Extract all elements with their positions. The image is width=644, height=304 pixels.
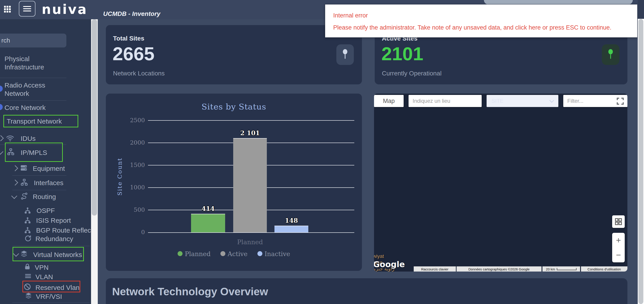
sidebar-item-ospf[interactable]: OSPF (36, 206, 55, 215)
server-icon (20, 164, 28, 172)
map-place-label: awiyat (374, 253, 384, 259)
sidebar-item-equipment[interactable]: Equipment (33, 164, 65, 173)
chart-legend: Planned Active Inactive (106, 250, 362, 258)
page-title: UCMDB - Inventory (103, 10, 160, 17)
layers-icon (20, 250, 28, 258)
sidebar-item-physical-infrastructure[interactable]: Physical Infrastructure (4, 55, 67, 71)
active-sites-subtitle: Currently Operational (382, 70, 442, 77)
legend-item-inactive[interactable]: Inactive (258, 250, 290, 258)
divider (0, 100, 66, 101)
scale-text: 20 km (546, 267, 555, 271)
scale-bar (557, 268, 576, 270)
y-tick: 1500 (126, 162, 145, 168)
chart-title: Sites by Status (106, 102, 362, 111)
app-logo: nuiva (42, 2, 88, 17)
chevron-down-icon[interactable] (0, 149, 3, 155)
legend-dot (178, 251, 182, 256)
sidebar-nav: Physical Infrastructure Radio Access Net… (0, 19, 91, 304)
total-sites-card: Total Sites 2665 Network Locations (106, 25, 362, 84)
lock-icon (24, 263, 31, 270)
hierarchy-icon (24, 227, 32, 234)
chevron-down-icon[interactable] (11, 193, 17, 199)
sidebar-item-isis-report[interactable]: ISIS Report (36, 216, 71, 225)
sidebar-item-redundancy[interactable]: Redundancy (36, 235, 73, 243)
y-axis-label: Site Count (116, 154, 123, 199)
plot-area: 414 2 101 148 Planned (148, 120, 354, 233)
total-sites-pin-button[interactable] (336, 44, 354, 65)
terms-of-use-link[interactable]: Conditions d'utilisation (581, 266, 628, 272)
sidebar-item-radio-access-network[interactable]: Radio Access Network (4, 81, 67, 98)
y-tick: 2500 (126, 117, 145, 124)
map-type-button[interactable]: Map (374, 95, 404, 107)
total-sites-value: 2665 (112, 44, 154, 63)
map-tiles-button[interactable] (612, 215, 625, 228)
map-pin-icon (341, 49, 349, 60)
legend-item-planned[interactable]: Planned (178, 250, 210, 258)
legend-item-active[interactable]: Active (220, 250, 248, 258)
internal-error-banner[interactable]: Internal error Please notify the adminis… (325, 4, 638, 38)
sidebar-item-core-network[interactable]: Core Network (4, 103, 72, 112)
bar (191, 214, 225, 232)
active-sites-pin-button[interactable] (602, 44, 619, 65)
chevron-right-icon[interactable] (12, 165, 18, 171)
sidebar-search-input[interactable] (0, 34, 66, 47)
menu-button[interactable] (19, 1, 36, 16)
y-tick: 1000 (126, 184, 145, 191)
chevron-down-icon (549, 98, 554, 103)
fullscreen-icon[interactable] (616, 97, 625, 106)
sidebar-item-virtual-networks[interactable]: Virtual Networks (33, 251, 82, 259)
google-map[interactable]: Map SITE + − awiyat anzur زاوية جنزو (374, 94, 628, 272)
keyboard-shortcuts-link[interactable]: Raccourcis clavier (414, 266, 456, 272)
notification-toast (484, 0, 633, 4)
hierarchy-icon (24, 217, 32, 224)
site-select[interactable]: SITE (486, 95, 558, 107)
bar (274, 226, 308, 232)
bar-planned: 414 (191, 205, 225, 232)
apps-grid-icon[interactable] (4, 6, 11, 13)
sidebar-item-ip-mpls[interactable]: IP/MPLS (21, 149, 47, 157)
chevron-right-icon[interactable] (12, 179, 18, 186)
sidebar-item-vlan[interactable]: VLAN (36, 273, 53, 281)
sidebar-item-transport-network[interactable]: Transport Network (7, 117, 74, 125)
sidebar-scrollbar (91, 19, 98, 304)
route-icon (20, 192, 28, 200)
sidebar-scrollbar-thumb[interactable] (92, 19, 97, 216)
y-tick: 2000 (126, 139, 145, 146)
divider (0, 78, 66, 78)
divider (12, 175, 66, 176)
wifi-icon (6, 134, 14, 142)
total-sites-title: Total Sites (113, 35, 144, 42)
sidebar-item-interfaces[interactable]: Interfaces (34, 179, 64, 187)
core-network-icon (0, 104, 3, 110)
map-scale: 20 km (542, 266, 580, 272)
gridline (148, 120, 354, 121)
sidebar-item-reserved-vlan[interactable]: Reserved Vlan (36, 283, 80, 292)
total-sites-subtitle: Network Locations (113, 70, 164, 77)
divider (12, 190, 66, 190)
zoom-out-button[interactable]: − (616, 251, 621, 259)
error-message[interactable]: Please notify the administrator. Take no… (333, 24, 612, 31)
map-place-search-input[interactable] (408, 95, 482, 107)
sidebar-item-routing[interactable]: Routing (33, 192, 56, 201)
sidebar-item-vpn[interactable]: VPN (35, 263, 49, 272)
bar-inactive: 148 (274, 217, 308, 232)
scrollbar-top (638, 0, 644, 19)
divider (12, 246, 90, 246)
ban-icon (24, 283, 31, 291)
zoom-in-button[interactable]: + (616, 236, 621, 244)
network-technology-overview-card: Network Technology Overview (106, 278, 628, 304)
select-value: SITE (492, 98, 504, 104)
x-tick-label: Planned (233, 238, 267, 246)
bar-value-label: 2 101 (240, 129, 260, 137)
sidebar-item-bgp-route-reflector[interactable]: BGP Route Reflector (36, 226, 91, 234)
bar-value-label: 414 (202, 205, 214, 212)
sidebar-item-vrf-vsi[interactable]: VRF/VSI (36, 292, 62, 301)
sidebar-item-idus[interactable]: IDUs (21, 134, 36, 143)
map-pin-icon (606, 49, 615, 60)
chevron-right-icon[interactable] (0, 135, 4, 141)
google-logo[interactable]: Google (374, 260, 405, 269)
hierarchy-icon (24, 207, 32, 214)
grid-tiles-icon (614, 217, 623, 226)
page-scrollbar-thumb[interactable] (638, 19, 643, 304)
legend-dot (258, 251, 262, 256)
